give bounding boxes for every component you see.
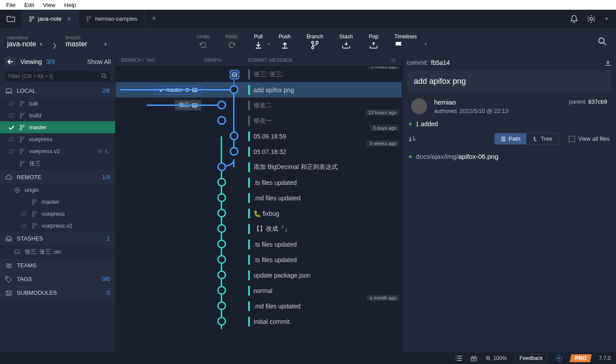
- svg-point-9: [312, 47, 314, 49]
- feedback-button[interactable]: Feedback: [515, 354, 548, 363]
- checkbox[interactable]: [569, 136, 575, 142]
- search-button[interactable]: [597, 37, 616, 46]
- local-branch-item[interactable]: bak: [0, 98, 115, 109]
- download-button[interactable]: [605, 59, 612, 66]
- commit-row[interactable]: 添加 BigDecimal 和正则表达式: [116, 159, 402, 175]
- check-icon: [8, 125, 15, 130]
- commit-row[interactable]: normal: [116, 283, 402, 298]
- commit-row[interactable]: update package.json: [116, 267, 402, 283]
- local-branch-item[interactable]: 张三: [0, 157, 115, 170]
- repository-selector[interactable]: repository java-note▼: [0, 32, 50, 51]
- redo-button[interactable]: Redo: [223, 34, 241, 49]
- tab-hemiao-samples[interactable]: hemiao-samples: [79, 10, 144, 28]
- remote-origin[interactable]: origin: [0, 184, 115, 196]
- remote-branch-item[interactable]: vuepress.v2: [0, 220, 115, 232]
- commit-row[interactable]: 修改一 12 hours ago: [116, 113, 402, 128]
- view-mode-toggle: Path Tree: [494, 133, 559, 145]
- commit-row[interactable]: 05.09 18:59 3 days ago: [116, 128, 402, 144]
- commit-row[interactable]: .md files updated a month ago: [116, 298, 402, 314]
- remote-section[interactable]: REMOTE 1/3: [0, 170, 115, 184]
- commit-row[interactable]: .ts files updated: [116, 175, 402, 190]
- stash-button[interactable]: Stash: [336, 34, 355, 49]
- view-all-files-toggle[interactable]: View all files: [569, 135, 610, 142]
- commit-row[interactable]: master add apifox png: [116, 82, 402, 98]
- commit-message: 张三: 张三:: [253, 71, 283, 79]
- menu-help[interactable]: Help: [60, 1, 80, 9]
- commit-row[interactable]: 张三 修改二: [116, 98, 402, 113]
- tree-view-button[interactable]: Tree: [526, 133, 558, 144]
- push-button[interactable]: Push: [276, 34, 293, 49]
- stashes-section[interactable]: STASHES 1: [0, 232, 115, 245]
- path-view-button[interactable]: Path: [495, 133, 527, 144]
- commit-row[interactable]: 🐛 fixbug: [116, 206, 402, 221]
- chevron-down-icon[interactable]: ▼: [424, 42, 427, 46]
- local-branch-item[interactable]: build: [0, 109, 115, 121]
- teams-section[interactable]: TEAMS: [0, 259, 115, 272]
- sort-icon: [408, 135, 416, 143]
- plus-icon: +: [408, 153, 412, 160]
- commit-row[interactable]: 05.07.18:32 3 weeks ago: [116, 144, 402, 159]
- filter-input[interactable]: [4, 71, 111, 82]
- graph-settings-button[interactable]: [390, 57, 402, 64]
- notifications-button[interactable]: [570, 15, 578, 23]
- tab-java-note[interactable]: java-note ✕: [22, 10, 79, 28]
- remote-branch-item[interactable]: master: [0, 196, 115, 208]
- back-button[interactable]: [4, 57, 16, 66]
- sync-icon[interactable]: [556, 355, 563, 362]
- menu-view[interactable]: View: [38, 1, 60, 9]
- layers-icon: [5, 290, 12, 296]
- branch-icon: [32, 199, 37, 205]
- undo-icon: [199, 41, 208, 49]
- settings-button[interactable]: [587, 15, 596, 23]
- stash-item[interactable]: 张三: 张三: on:: [0, 245, 115, 259]
- zoom-level[interactable]: 100%: [485, 355, 507, 361]
- timelines-button[interactable]: Timelines ▼: [392, 34, 419, 49]
- chevron-down-icon[interactable]: ▼: [267, 42, 271, 46]
- commit-title: add apifox png: [408, 71, 611, 92]
- pull-button[interactable]: Pull ▼: [251, 34, 265, 49]
- svg-point-18: [20, 116, 22, 118]
- commit-row[interactable]: .ts files updated: [116, 236, 402, 252]
- show-all-button[interactable]: Show All: [87, 58, 111, 65]
- cloud-icon: [5, 174, 12, 180]
- local-section[interactable]: LOCAL 2/6: [0, 84, 115, 98]
- new-tab-button[interactable]: +: [145, 14, 164, 23]
- menu-edit[interactable]: Edit: [20, 1, 38, 9]
- close-icon[interactable]: ✕: [67, 15, 72, 22]
- menu-file[interactable]: File: [2, 1, 20, 9]
- local-branch-item[interactable]: master: [0, 121, 115, 133]
- commit-hash[interactable]: fb5a14: [431, 59, 450, 66]
- branch-button[interactable]: Branch: [304, 34, 326, 49]
- svg-point-44: [393, 60, 394, 61]
- pull-icon: [254, 41, 263, 49]
- list-icon: [501, 136, 506, 142]
- undo-button[interactable]: Undo: [194, 34, 212, 49]
- pop-button[interactable]: Pop: [366, 34, 381, 49]
- commit-row[interactable]: Initial commit.: [116, 314, 402, 329]
- commit-row[interactable]: 张三: 张三: 3 hours ago: [116, 67, 402, 82]
- header-commit-message: COMMIT MESSAGE: [248, 57, 390, 64]
- local-branch-item[interactable]: vuepress: [0, 133, 115, 145]
- svg-point-52: [558, 357, 560, 359]
- parent-commit[interactable]: parent: 637cb9: [569, 98, 607, 105]
- open-repo-button[interactable]: [0, 10, 22, 28]
- menu-dropdown[interactable]: ▼: [605, 16, 609, 21]
- commit-row[interactable]: .md files updated: [116, 190, 402, 206]
- sort-button[interactable]: [408, 135, 416, 143]
- commit-label: commit:: [407, 59, 428, 66]
- commit-row[interactable]: 【】改成『』: [116, 221, 402, 236]
- commit-row[interactable]: .ts files updated: [116, 252, 402, 267]
- submodules-section[interactable]: SUBMODULES 0: [0, 286, 115, 300]
- svg-point-7: [312, 41, 314, 44]
- svg-point-11: [102, 74, 106, 77]
- branch-selector[interactable]: branch master▼: [59, 32, 115, 51]
- gift-button[interactable]: [470, 355, 477, 361]
- list-view-button[interactable]: [455, 355, 462, 361]
- local-branch-item[interactable]: vuepress.v25↑ 5↓: [0, 145, 115, 157]
- svg-point-24: [20, 140, 22, 142]
- changed-file[interactable]: + docs/ajax/img/apifox-06.png: [402, 149, 616, 164]
- remote-branch-item[interactable]: vuepress: [0, 208, 115, 220]
- gift-icon: [470, 355, 477, 361]
- files-added-count: + 1 added: [402, 114, 616, 131]
- tags-section[interactable]: TAGS 0/0: [0, 272, 115, 286]
